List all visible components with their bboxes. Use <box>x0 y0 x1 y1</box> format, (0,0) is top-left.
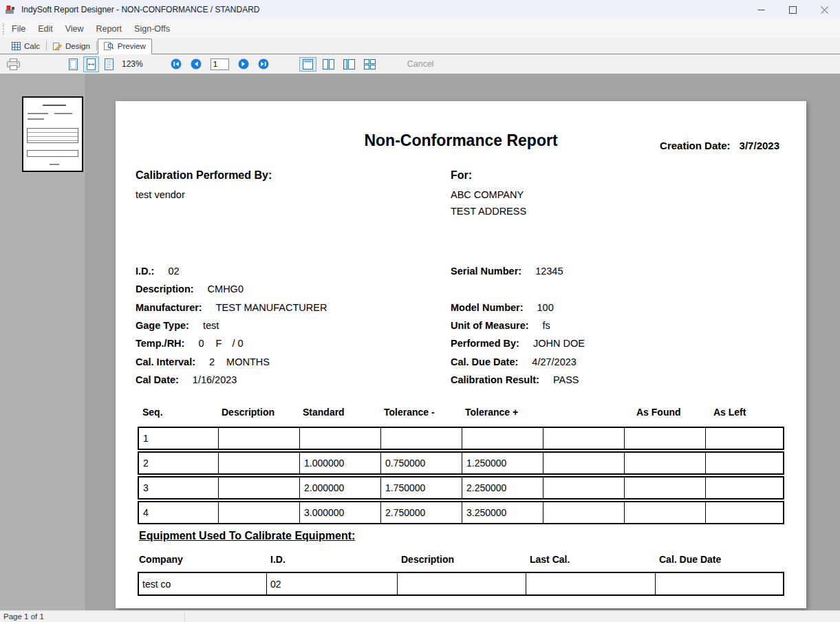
previous-page-icon <box>191 58 202 69</box>
performed-by-value: test vendor <box>136 189 185 200</box>
tab-design-label: Design <box>65 42 90 50</box>
table-cell <box>543 428 624 449</box>
table-row: 1 <box>138 427 784 450</box>
fit-page-icon <box>68 58 78 70</box>
work-area: Non-Conformance Report Creation Date: 3/… <box>0 74 840 610</box>
field-value: 2 <box>209 356 215 367</box>
table-cell: 2 <box>139 453 218 473</box>
table-cell: 4 <box>139 502 218 523</box>
creation-date-label: Creation Date: <box>660 140 731 151</box>
table-cell <box>218 428 299 449</box>
creation-date: Creation Date: 3/7/2023 <box>660 140 779 151</box>
table-cell <box>218 478 299 498</box>
column-header: Company <box>138 554 265 565</box>
print-button[interactable] <box>4 56 23 72</box>
close-button[interactable] <box>808 0 840 19</box>
field-row: Cal Date: 1/16/2023 <box>136 371 327 389</box>
printer-icon <box>7 58 20 70</box>
fit-page-view-button[interactable] <box>65 56 81 72</box>
thumbnail-panel <box>0 74 86 610</box>
field-label: Model Number: <box>451 302 524 313</box>
menu-edit[interactable]: Edit <box>32 24 59 34</box>
field-row: Temp./RH: 0 F / 0 <box>136 334 327 352</box>
table-row: test co 02 <box>138 572 784 596</box>
last-page-button[interactable] <box>255 56 272 72</box>
column-header <box>541 407 623 418</box>
field-value: CMHG0 <box>208 283 244 294</box>
field-value: 1/16/2023 <box>193 374 237 385</box>
thumbnail-content <box>27 150 78 157</box>
field-value: TEST MANUFACTURER <box>216 302 327 313</box>
field-row: I.D.: 02 <box>136 262 327 280</box>
tab-preview[interactable]: Preview <box>98 39 152 54</box>
field-value: 12345 <box>535 266 563 277</box>
field-label: Cal Date: <box>136 374 179 385</box>
equipment-table: test co 02 <box>138 572 784 596</box>
field-value: 0 <box>198 338 204 349</box>
layout-page-list-button[interactable] <box>341 57 358 72</box>
table-row: 3 2.000000 1.750000 2.250000 <box>138 476 784 500</box>
calc-grid-icon <box>12 42 21 50</box>
column-header: Tolerance - <box>379 407 460 418</box>
first-page-button[interactable] <box>168 56 184 72</box>
field-value: test <box>203 320 219 331</box>
full-size-view-button[interactable] <box>101 56 117 72</box>
field-row: Manufacturer: TEST MANUFACTURER <box>136 299 327 317</box>
tab-calc[interactable]: Calc <box>6 39 45 54</box>
table-cell <box>543 478 624 498</box>
preview-magnifier-icon <box>104 42 114 50</box>
fit-width-view-button[interactable] <box>83 56 99 72</box>
page-number-input[interactable] <box>211 58 229 70</box>
field-value: 100 <box>537 302 554 313</box>
two-pages-layout-icon <box>323 59 334 69</box>
layout-four-pages-button[interactable] <box>361 57 378 72</box>
column-header: As Left <box>704 407 784 418</box>
column-header: Tolerance + <box>460 407 541 418</box>
previous-page-button[interactable] <box>188 56 204 72</box>
right-field-column: Serial Number: 12345 Model Number: 100 U… <box>451 262 585 389</box>
window-title: IndySoft Report Designer - NON-CONFORMAN… <box>21 5 260 14</box>
table-cell: test co <box>139 573 266 594</box>
table-cell: 2.750000 <box>380 502 462 523</box>
field-label: Cal. Interval: <box>136 356 195 367</box>
measurements-header-row: Seq. Description Standard Tolerance - To… <box>138 407 784 418</box>
field-label: Manufacturer: <box>136 302 202 313</box>
cancel-button[interactable]: Cancel <box>407 59 434 69</box>
page-layout-group <box>299 57 378 72</box>
minimize-button[interactable] <box>745 0 777 19</box>
full-size-icon <box>104 58 114 70</box>
equipment-section-title: Equipment Used To Calibrate Equipment: <box>139 530 355 542</box>
single-page-layout-icon <box>302 59 314 69</box>
field-label: Temp./RH: <box>136 338 184 349</box>
menu-view[interactable]: View <box>59 24 90 34</box>
menu-report[interactable]: Report <box>90 24 129 34</box>
maximize-button[interactable] <box>777 0 808 19</box>
maximize-icon <box>789 6 797 14</box>
for-address: TEST ADDRESS <box>451 206 526 217</box>
layout-two-pages-button[interactable] <box>320 57 337 72</box>
table-cell: 0.750000 <box>380 453 462 473</box>
table-cell: 3.250000 <box>462 502 543 523</box>
next-page-button[interactable] <box>235 56 252 72</box>
field-label: I.D.: <box>136 266 154 277</box>
menu-sign-offs[interactable]: Sign-Offs <box>128 24 176 34</box>
field-label: Description: <box>136 283 194 294</box>
field-value: PASS <box>553 374 579 385</box>
page-thumbnail[interactable] <box>22 96 83 172</box>
layout-single-page-button[interactable] <box>299 57 316 72</box>
table-cell <box>380 428 462 449</box>
creation-date-value: 3/7/2023 <box>740 140 779 151</box>
table-cell <box>624 478 705 498</box>
field-row: Unit of Measure: fs <box>451 317 585 334</box>
field-label: Unit of Measure: <box>451 320 529 331</box>
report-page: Non-Conformance Report Creation Date: 3/… <box>116 101 806 608</box>
table-cell <box>462 428 543 449</box>
thumbnail-content <box>50 164 59 165</box>
equipment-header-row: Company I.D. Description Last Cal. Cal. … <box>138 554 784 565</box>
column-header: I.D. <box>265 554 396 565</box>
tab-design[interactable]: Design <box>47 39 96 54</box>
field-row: Cal. Due Date: 4/27/2023 <box>451 352 585 370</box>
table-cell <box>543 502 624 523</box>
column-header: Last Cal. <box>524 554 654 565</box>
menu-file[interactable]: File <box>6 24 32 34</box>
